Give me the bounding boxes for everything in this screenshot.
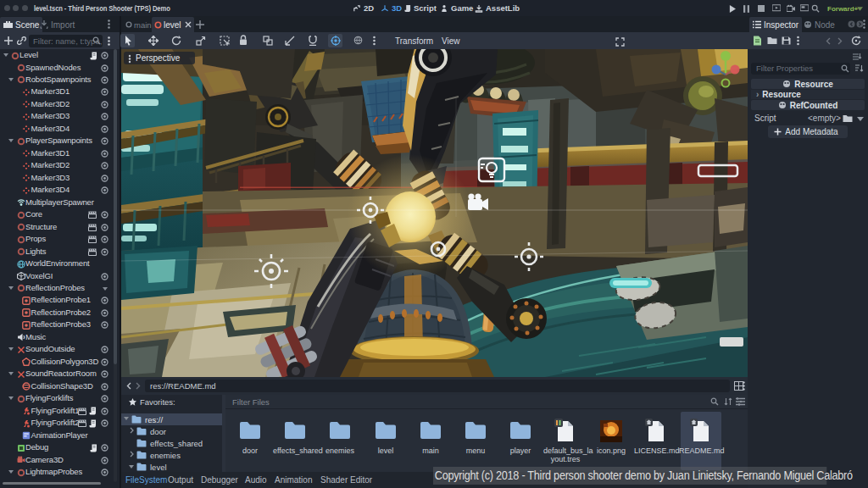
svg-text:Perspective: Perspective xyxy=(136,53,181,63)
